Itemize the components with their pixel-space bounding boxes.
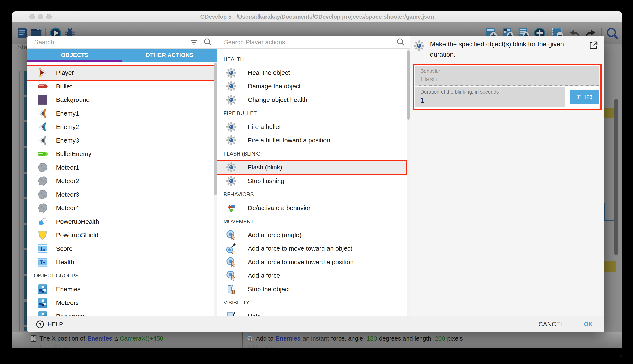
group-row-enemies[interactable]: Enemies — [28, 282, 214, 296]
group-label: Meteors — [56, 299, 79, 306]
app-window: GDevelop 5 - /Users/dkarakay/Documents/G… — [12, 11, 622, 357]
events-scrollbar-thumb[interactable] — [614, 99, 618, 255]
section-header-visibility: VISIBILITY — [217, 296, 410, 310]
condition-text: The X position of — [40, 335, 85, 342]
search-events-icon[interactable] — [606, 27, 619, 40]
meteor-icon — [37, 189, 48, 200]
meteor-icon — [37, 162, 48, 173]
object-row-background[interactable]: Background — [28, 93, 214, 107]
group-row-meteors[interactable]: Meteors — [28, 296, 214, 310]
ok-button[interactable]: OK — [584, 321, 593, 328]
force-action-icon — [247, 335, 254, 342]
action-description: Make the specified object(s) blink for t… — [430, 39, 575, 60]
object-row-poweruphealth[interactable]: PowerupHealth — [28, 215, 214, 228]
object-row-player[interactable]: Player — [28, 66, 214, 80]
events-indent-line — [19, 71, 20, 331]
action-row-stop-object[interactable]: Stop the object — [217, 282, 406, 296]
action-row-fire-bullet-position[interactable]: Fire a bullet toward a position — [217, 134, 406, 147]
object-group-icon — [37, 311, 48, 316]
force-icon — [226, 257, 237, 267]
help-label: HELP — [48, 321, 63, 328]
action-row-change-health[interactable]: Change object health — [217, 93, 406, 107]
sigma-icon: Σ — [577, 93, 581, 101]
action-label: Change object health — [248, 96, 307, 103]
action-row-damage[interactable]: Damage the object — [217, 80, 406, 93]
action-text: degrees and length: — [379, 335, 433, 342]
object-row-powerupshield[interactable]: PowerupShield — [28, 228, 214, 242]
red-bullet-icon — [37, 81, 48, 92]
tab-other-actions[interactable]: OTHER ACTIONS — [122, 49, 217, 62]
action-row-add-force-angle[interactable]: Add a force (angle) — [217, 228, 406, 242]
action-label: Fire a bullet — [248, 123, 281, 130]
group-row-powerups[interactable]: Powerups — [28, 310, 214, 316]
condition-operator: ≤ — [114, 335, 118, 342]
action-row-force-toward-object[interactable]: Add a force to move toward an object — [217, 242, 406, 256]
help-button[interactable]: ? HELP — [36, 320, 63, 328]
action-row[interactable]: Add to Enemies an instant force, angle: … — [247, 335, 463, 342]
object-row-enemy1[interactable]: Enemy1 — [28, 107, 214, 120]
objects-scrollbar-thumb[interactable] — [214, 63, 217, 195]
actions-panel: HEALTH Heal the object Damage the object… — [217, 36, 410, 316]
meteor-icon — [37, 176, 48, 186]
open-in-new-icon[interactable] — [588, 41, 598, 50]
object-row-enemy3[interactable]: Enemy3 — [28, 134, 214, 148]
add-action-link[interactable]: Add action — [247, 344, 275, 348]
action-row-heal[interactable]: Heal the object — [217, 66, 406, 80]
cancel-button[interactable]: CANCEL — [539, 321, 564, 328]
action-text: an instant — [303, 335, 329, 342]
object-row-score[interactable]: Tx Score — [28, 242, 214, 256]
object-row-meteor3[interactable]: Meteor3 — [28, 188, 214, 202]
blue-ship-icon — [37, 122, 48, 132]
tab-objects[interactable]: OBJECTS — [28, 49, 122, 62]
duration-field[interactable]: Duration of the blinking, in seconds 1 — [415, 87, 565, 107]
action-label: Flash (blink) — [248, 164, 282, 171]
object-row-meteor4[interactable]: Meteor4 — [28, 201, 214, 215]
pill-icon — [37, 216, 48, 227]
section-header-flash: FLASH (BLINK) — [217, 147, 410, 161]
condition-checkbox-icon[interactable] — [30, 335, 37, 342]
objects-list: Player Bullet Background Enemy1 Enemy2 — [28, 62, 217, 316]
svg-text:T: T — [40, 259, 43, 266]
condition-row[interactable]: The X position of Enemies ≤ CameraX()+45… — [30, 335, 163, 342]
add-condition-link[interactable]: Add condition — [30, 344, 67, 348]
gear-icon — [226, 176, 237, 186]
action-label: Stop the object — [248, 286, 290, 293]
gear-icon — [226, 162, 237, 172]
purple-square-icon — [37, 94, 48, 105]
object-row-meteor1[interactable]: Meteor1 — [28, 161, 214, 174]
force-toward-object-icon — [226, 243, 237, 254]
objects-scrollbar — [214, 62, 217, 316]
stop-object-icon — [226, 284, 237, 294]
action-row-fire-bullet[interactable]: Fire a bullet — [217, 120, 406, 134]
expression-editor-button[interactable]: Σ 123 — [570, 90, 599, 104]
behavior-field[interactable]: Behavior Flash — [415, 66, 599, 86]
shield-icon — [37, 230, 48, 240]
action-row-force-toward-position[interactable]: Add a force to move toward a position — [217, 256, 406, 269]
player-ship-icon — [37, 68, 48, 78]
action-label: Damage the object — [248, 82, 301, 90]
project-manager-icon[interactable] — [17, 27, 29, 40]
action-row-stop-flashing[interactable]: Stop flashing — [217, 174, 406, 188]
comment-row-edge — [604, 261, 616, 272]
actions-search-row — [217, 36, 410, 49]
object-row-health[interactable]: Tx Health — [28, 256, 214, 269]
action-row-hide[interactable]: Hide — [217, 310, 406, 316]
actions-search-input[interactable] — [217, 38, 396, 46]
action-length-value: 200 — [435, 335, 445, 342]
object-row-enemy2[interactable]: Enemy2 — [28, 120, 214, 134]
filter-icon[interactable] — [189, 38, 199, 47]
action-row-deactivate-behavior[interactable]: De/activate a behavior — [217, 201, 406, 215]
object-label: Meteor2 — [56, 178, 79, 184]
object-row-bullet[interactable]: Bullet — [28, 80, 214, 93]
window-title: GDevelop 5 - /Users/dkarakay/Documents/G… — [12, 11, 622, 22]
svg-text:T: T — [40, 246, 43, 252]
actions-scrollbar-thumb[interactable] — [407, 50, 410, 120]
object-row-meteor2[interactable]: Meteor2 — [28, 174, 214, 188]
action-row-add-force[interactable]: Add a force — [217, 269, 406, 282]
object-label: Score — [56, 245, 72, 252]
objects-search-input[interactable] — [28, 38, 189, 46]
object-label: Meteor1 — [56, 164, 79, 171]
object-row-bulletenemy[interactable]: BulletEnemy — [28, 147, 214, 161]
action-row-flash-blink[interactable]: Flash (blink) — [217, 160, 406, 174]
behavior-icon — [226, 203, 237, 213]
